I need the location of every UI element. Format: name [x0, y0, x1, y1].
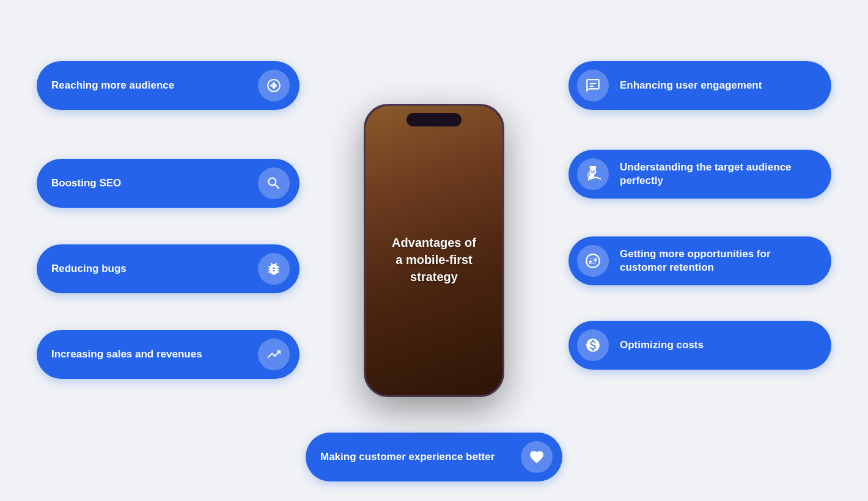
- pill-understanding-text: Understanding the target audience perfec…: [620, 161, 817, 188]
- pill-engagement-text: Enhancing user engagement: [620, 79, 817, 92]
- pill-seo: Boosting SEO: [37, 159, 300, 208]
- pill-costs-text: Optimizing costs: [620, 338, 817, 352]
- phone-screen: Advantages of a mobile-first strategy: [366, 106, 502, 395]
- pill-understanding: Understanding the target audience perfec…: [568, 150, 831, 199]
- customer-icon: [521, 441, 553, 473]
- engagement-icon: [577, 70, 609, 101]
- retention-icon: [577, 245, 609, 277]
- phone: Advantages of a mobile-first strategy: [364, 104, 504, 397]
- pill-costs: Optimizing costs: [568, 321, 831, 370]
- pill-bugs: Reducing bugs: [37, 244, 300, 293]
- pill-retention-text: Getting more opportunities for customer …: [620, 247, 817, 274]
- sales-icon: [258, 338, 290, 370]
- reaching-icon: [258, 70, 290, 101]
- pill-seo-text: Boosting SEO: [51, 177, 249, 190]
- pill-engagement: Enhancing user engagement: [568, 61, 831, 110]
- phone-container: Advantages of a mobile-first strategy: [364, 104, 504, 397]
- phone-title: Advantages of a mobile-first strategy: [392, 234, 476, 285]
- pill-customer-text: Making customer experience better: [320, 450, 512, 464]
- pill-reaching: Reaching more audience: [37, 61, 300, 110]
- pill-sales-text: Increasing sales and revenues: [51, 348, 249, 361]
- main-layout: Advantages of a mobile-first strategy Re…: [0, 0, 868, 501]
- pill-customer: Making customer experience better: [306, 433, 562, 481]
- pill-sales: Increasing sales and revenues: [37, 330, 300, 379]
- svg-rect-0: [590, 83, 597, 84]
- seo-icon: [258, 167, 290, 199]
- costs-icon: [577, 329, 609, 361]
- pill-bugs-text: Reducing bugs: [51, 262, 249, 276]
- svg-rect-1: [590, 86, 594, 87]
- bugs-icon: [258, 253, 290, 285]
- phone-notch: [406, 113, 462, 126]
- pill-reaching-text: Reaching more audience: [51, 79, 249, 92]
- pill-retention: Getting more opportunities for customer …: [568, 236, 831, 285]
- understanding-icon: [577, 158, 609, 190]
